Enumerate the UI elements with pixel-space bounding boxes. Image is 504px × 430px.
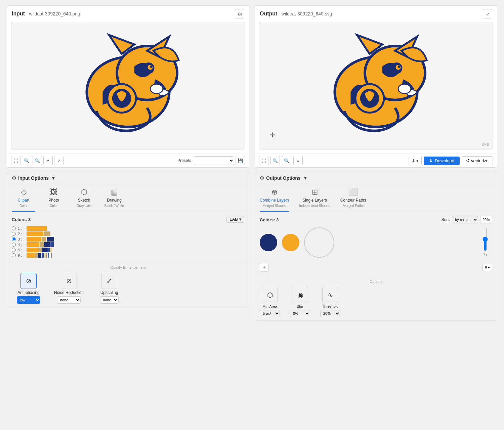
output-colors-area: Colors: 3 Sort: by color ↓ by size [255,212,497,276]
blur-option: ◉ Blur 0% 10% 20% [290,287,310,317]
zoom-in-button[interactable]: 🔍 [22,156,31,165]
add-color-button[interactable]: + [260,263,268,272]
color-num-1: 1 : [18,226,25,230]
color-radio-5[interactable] [12,248,16,252]
combine-layers-label: Combine Layers [260,198,289,203]
quality-tab-antialiasing[interactable]: ⊘ Anti-aliasing low medium high [12,273,45,304]
input-image [64,29,192,143]
combine-layers-icon: ⊛ [271,188,278,197]
min-area-icon: ⬡ [262,287,278,303]
antialiasing-select[interactable]: low medium high [17,296,40,304]
sketch-sublabel: Grayscale [76,204,91,208]
download-button[interactable]: ⬇ Download [424,157,460,165]
output-zoom-in-button[interactable]: 🔍 [270,156,280,165]
quality-tabs: ⊘ Anti-aliasing low medium high ⊘ Noise … [12,273,244,304]
presets-select[interactable] [194,156,234,165]
upscaling-label: Upscaling [100,290,118,295]
color-swatches [260,227,334,258]
color-radio-3[interactable] [12,237,16,241]
output-chevron-icon[interactable]: ▾ [304,175,306,181]
upscaling-icon: ⤢ [101,273,117,289]
output-title: Output [260,11,277,16]
sketch-icon: ⬡ [81,188,87,197]
color-radio-9[interactable] [12,253,16,257]
tab-clipart[interactable]: ◇ Clipart Color [12,188,35,212]
noise-select[interactable]: none low medium [57,296,81,304]
sketch-label: Sketch [78,198,90,203]
combine-layers-sublabel: Merged Shapes [262,204,286,208]
output-toolbar: ⛶ 🔍 🔍 ≡ ⬇ ▾ ⬇ Download ↺ vectorize [255,154,497,167]
tab-combine-layers[interactable]: ⊛ Combine Layers Merged Shapes [260,188,289,212]
min-area-select[interactable]: 5 px² 10 px² 20 px² [260,310,280,317]
color-bar-2 [27,231,50,236]
zoom-out-button[interactable]: 🔍 [33,156,42,165]
output-save-options-button[interactable]: ⬇ ▾ [409,156,422,165]
expand-button[interactable]: ⤢ [483,9,492,18]
upscaling-select[interactable]: none 2x 4x [100,296,119,304]
list-view-button[interactable]: ≡ ▾ [482,264,492,271]
file-open-button[interactable]: 🗂 [235,9,244,18]
input-options-title: Input Options [18,175,49,181]
download-label: Download [435,158,454,163]
color-num-2: 2 : [18,232,25,236]
save-preset-button[interactable]: 💾 [236,156,245,165]
output-zoom-out-button[interactable]: 🔍 [282,156,291,165]
fullscreen-button[interactable]: ⛶ [11,156,20,165]
tab-single-layers[interactable]: ⊞ Single Layers Independent Shapes [299,188,330,212]
svg-point-16 [398,66,401,68]
quality-tab-noise[interactable]: ⊘ Noise Reduction none low medium [52,273,86,304]
output-preview: ✛ [259,22,493,149]
color-num-3: 3 : [18,237,25,241]
blur-icon: ◉ [292,287,308,303]
clipart-label: Clipart [18,198,30,203]
swatch-dark-blue[interactable] [260,234,277,251]
quality-label: Quality Enhancement [12,265,244,269]
color-row-4: 4 : [12,242,244,247]
output-options-title: Output Options [266,175,301,181]
color-radio-4[interactable] [12,243,16,247]
bottom-options-row: ⬡ Min Area 5 px² 10 px² 20 px² ◉ Blur 0% [260,287,492,317]
swatch-gold[interactable] [282,234,299,251]
output-fullscreen-button[interactable]: ⛶ [259,156,268,165]
crop-button[interactable]: ✂ [43,156,53,165]
lab-badge[interactable]: LAB ▾ [226,216,244,223]
swatch-empty[interactable] [304,227,334,258]
input-type-tabs: ◇ Clipart Color 🖼 Photo Color ⬡ Sketch G… [7,184,249,212]
list-icon: ≡ [485,265,487,270]
tab-contour-paths[interactable]: ⬜ Contour Paths Merged Paths [340,188,366,212]
tab-drawing[interactable]: ▦ Drawing Black / White [102,188,126,212]
threshold-icon: ∿ [322,287,338,303]
color-bar-9 [27,253,52,258]
output-colors-title: Colors: 3 [260,217,279,222]
input-toolbar: ⛶ 🔍 🔍 ✂ ⤢ Presets 💾 [7,154,249,167]
opacity-slider[interactable] [481,227,489,251]
tab-sketch[interactable]: ⬡ Sketch Grayscale [72,188,96,212]
threshold-select[interactable]: 20% 10% 30% [320,310,340,317]
sort-select[interactable]: by color ↓ by size [452,216,478,223]
move-cursor-icon: ✛ [269,131,275,139]
chevron-down-icon[interactable]: ▾ [52,175,54,181]
color-row-2: 2 : [12,231,244,236]
output-type-tabs: ⊛ Combine Layers Merged Shapes ⊞ Single … [255,184,497,212]
color-row-1: 1 : [12,226,244,231]
drawing-sublabel: Black / White [104,204,124,208]
input-options-header: ⚙ Input Options ▾ [7,172,249,184]
color-rows: 1 : 2 : [12,226,244,258]
color-radio-1[interactable] [12,226,16,230]
color-radio-2[interactable] [12,232,16,236]
quality-tab-upscaling[interactable]: ⤢ Upscaling none 2x 4x [92,273,126,304]
blur-select[interactable]: 0% 10% 20% [290,310,310,317]
vectorize-button[interactable]: ↺ vectorize [462,156,493,165]
photo-label: Photo [48,198,59,203]
resize-button[interactable]: ⤢ [54,156,64,165]
svg-point-6 [150,66,153,68]
drawing-label: Drawing [107,198,122,203]
color-bar-4 [27,242,54,247]
color-bar-5 [27,248,52,252]
min-area-label: Min Area [262,304,277,308]
svg-point-9 [150,84,163,93]
output-menu-button[interactable]: ≡ [293,156,303,165]
tab-photo[interactable]: 🖼 Photo Color [42,188,66,212]
refresh-icon[interactable]: ↻ [483,252,487,258]
percent-input[interactable] [480,216,492,223]
